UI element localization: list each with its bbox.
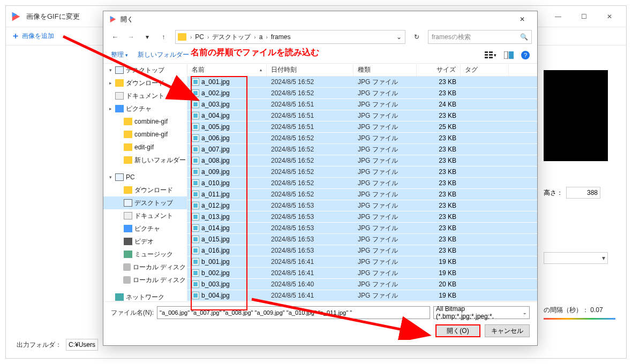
add-image-button[interactable]: ＋ 画像を追加 <box>11 31 54 42</box>
file-row[interactable]: a_015.jpg2024/8/5 16:53JPG ファイル23 KB <box>187 234 537 245</box>
col-tag[interactable]: タグ <box>461 64 509 76</box>
tree-item[interactable]: combine-gif <box>103 115 187 128</box>
file-name: b_001.jpg <box>201 258 230 266</box>
maximize-button[interactable]: ☐ <box>571 9 596 25</box>
minimize-button[interactable]: — <box>546 9 570 25</box>
img-icon <box>124 225 132 232</box>
file-icon <box>192 224 199 232</box>
file-date: 2024/8/5 16:51 <box>267 123 353 131</box>
tree-item[interactable]: ▸ダウンロード <box>103 77 187 89</box>
file-icon <box>192 168 199 176</box>
file-row[interactable]: a_001.jpg2024/8/5 16:52JPG ファイル23 KB <box>187 77 537 88</box>
tree-item[interactable]: ミュージック <box>103 248 187 261</box>
file-name: a_014.jpg <box>201 224 230 232</box>
file-name: a_010.jpg <box>201 179 230 187</box>
file-row[interactable]: a_013.jpg2024/8/5 16:53JPG ファイル23 KB <box>187 211 537 223</box>
address-bar[interactable]: › PC › デスクトップ › a › frames ⌄ <box>175 30 405 44</box>
tree-item[interactable]: ビデオ <box>103 235 187 248</box>
file-rows[interactable]: a_001.jpg2024/8/5 16:52JPG ファイル23 KBa_00… <box>187 77 537 301</box>
tree-item[interactable]: ▸ピクチャ <box>103 102 187 115</box>
height-label: 高さ： <box>544 188 563 198</box>
crumb-a[interactable]: a <box>258 33 265 41</box>
dialog-close-button[interactable]: ✕ <box>513 13 532 26</box>
folder-icon <box>178 33 186 41</box>
col-date[interactable]: 日付時刻 <box>267 64 353 76</box>
file-row[interactable]: a_014.jpg2024/8/5 16:53JPG ファイル23 KB <box>187 223 537 234</box>
file-row[interactable]: a_005.jpg2024/8/5 16:51JPG ファイル25 KB <box>187 122 537 133</box>
mon-icon <box>124 199 132 207</box>
tree-item[interactable]: ネットワーク <box>103 291 187 301</box>
search-box[interactable]: framesの検索 🔍 <box>428 30 532 44</box>
svg-rect-4 <box>485 51 488 53</box>
up-button[interactable]: ↑ <box>157 31 170 43</box>
file-row[interactable]: a_004.jpg2024/8/5 16:51JPG ファイル23 KB <box>187 110 537 122</box>
file-row[interactable]: a_011.jpg2024/8/5 16:52JPG ファイル23 KB <box>187 189 537 200</box>
mon-icon <box>115 66 124 74</box>
output-path-input[interactable] <box>66 339 98 351</box>
help-icon[interactable]: ? <box>521 51 530 59</box>
close-button[interactable]: ✕ <box>597 9 622 25</box>
file-size: 23 KB <box>417 213 461 221</box>
tree-item[interactable]: ▾PC <box>103 171 187 184</box>
tree-item[interactable]: edit-gif <box>103 141 187 154</box>
dropdown[interactable]: ▾ <box>544 252 608 264</box>
height-input[interactable] <box>566 187 600 199</box>
file-row[interactable]: a_010.jpg2024/8/5 16:52JPG ファイル23 KB <box>187 178 537 189</box>
file-row[interactable]: a_007.jpg2024/8/5 16:52JPG ファイル23 KB <box>187 144 537 155</box>
forward-button[interactable]: → <box>125 31 138 43</box>
col-name[interactable]: 名前▴ <box>187 64 267 76</box>
file-row[interactable]: a_003.jpg2024/8/5 16:51JPG ファイル24 KB <box>187 99 537 110</box>
addr-dropdown-icon[interactable]: ⌄ <box>395 31 403 43</box>
crumb-pc[interactable]: PC <box>193 33 206 41</box>
file-row[interactable]: b_004.jpg2024/8/5 16:41JPG ファイル19 KB <box>187 290 537 301</box>
file-row[interactable]: a_008.jpg2024/8/5 16:52JPG ファイル23 KB <box>187 155 537 166</box>
file-name: a_009.jpg <box>201 168 230 176</box>
back-button[interactable]: ← <box>109 31 122 43</box>
file-open-dialog: 開く ✕ ← → ▾ ↑ › PC › デスクトップ › a › frames … <box>103 11 538 346</box>
crumb-desktop[interactable]: デスクトップ <box>210 33 252 42</box>
file-type: JPG ファイル <box>353 224 417 233</box>
file-name: a_007.jpg <box>201 146 230 153</box>
file-icon <box>192 89 199 97</box>
preview-pane-button[interactable] <box>503 50 515 60</box>
tree-item[interactable]: ピクチャ <box>103 222 187 235</box>
view-mode-button[interactable]: ▾ <box>485 50 496 60</box>
file-row[interactable]: a_009.jpg2024/8/5 16:52JPG ファイル23 KB <box>187 166 537 178</box>
filetype-filter[interactable]: All Bitmap (*.bmp;*.jpg;*.jpeg;*. ⌄ <box>433 306 530 319</box>
crumb-frames[interactable]: frames <box>269 33 292 41</box>
file-list: 名前▴ 日付時刻 種類 サイズ タグ a_001.jpg2024/8/5 16:… <box>187 64 537 301</box>
file-type: JPG ファイル <box>353 134 417 143</box>
folder-tree[interactable]: ▾デスクトップ▸ダウンロードドキュメント▸ピクチャcombine-gifcomb… <box>103 64 187 301</box>
tree-item[interactable]: ドキュメント <box>103 89 187 102</box>
file-size: 23 KB <box>417 202 461 209</box>
tree-item[interactable]: 新しいフォルダー <box>103 154 187 166</box>
tree-item[interactable]: ▾デスクトップ <box>103 64 187 77</box>
cancel-button[interactable]: キャンセル <box>485 324 530 337</box>
file-row[interactable]: b_002.jpg2024/8/5 16:41JPG ファイル19 KB <box>187 268 537 279</box>
file-size: 20 KB <box>417 280 461 288</box>
filename-input[interactable] <box>157 306 430 319</box>
tree-item[interactable]: ドキュメント <box>103 209 187 222</box>
tree-item[interactable]: ローカル ディスク (C <box>103 261 187 274</box>
col-size[interactable]: サイズ <box>417 64 461 76</box>
file-row[interactable]: a_002.jpg2024/8/5 16:52JPG ファイル23 KB <box>187 88 537 99</box>
tree-item[interactable]: デスクトップ <box>103 196 187 209</box>
refresh-button[interactable]: ↻ <box>411 31 423 43</box>
file-date: 2024/8/5 16:53 <box>267 224 353 232</box>
tree-item[interactable]: ダウンロード <box>103 184 187 196</box>
organize-menu[interactable]: 整理 <box>111 50 128 59</box>
file-row[interactable]: a_012.jpg2024/8/5 16:53JPG ファイル23 KB <box>187 200 537 211</box>
file-row[interactable]: a_016.jpg2024/8/5 16:53JPG ファイル23 KB <box>187 245 537 256</box>
open-button[interactable]: 開く(O) <box>435 324 480 337</box>
file-date: 2024/8/5 16:52 <box>267 89 353 97</box>
dialog-body: ▾デスクトップ▸ダウンロードドキュメント▸ピクチャcombine-gifcomb… <box>103 64 537 301</box>
file-row[interactable]: a_006.jpg2024/8/5 16:52JPG ファイル23 KB <box>187 133 537 144</box>
file-row[interactable]: b_001.jpg2024/8/5 16:41JPG ファイル19 KB <box>187 256 537 268</box>
file-row[interactable]: b_003.jpg2024/8/5 16:40JPG ファイル20 KB <box>187 279 537 290</box>
recent-button[interactable]: ▾ <box>141 31 154 43</box>
tree-item[interactable]: ローカル ディスク (D <box>103 274 187 286</box>
col-type[interactable]: 種類 <box>353 64 417 76</box>
file-date: 2024/8/5 16:53 <box>267 236 353 243</box>
newfolder-button[interactable]: 新しいフォルダー <box>138 50 189 59</box>
tree-item[interactable]: combine-gif <box>103 128 187 141</box>
